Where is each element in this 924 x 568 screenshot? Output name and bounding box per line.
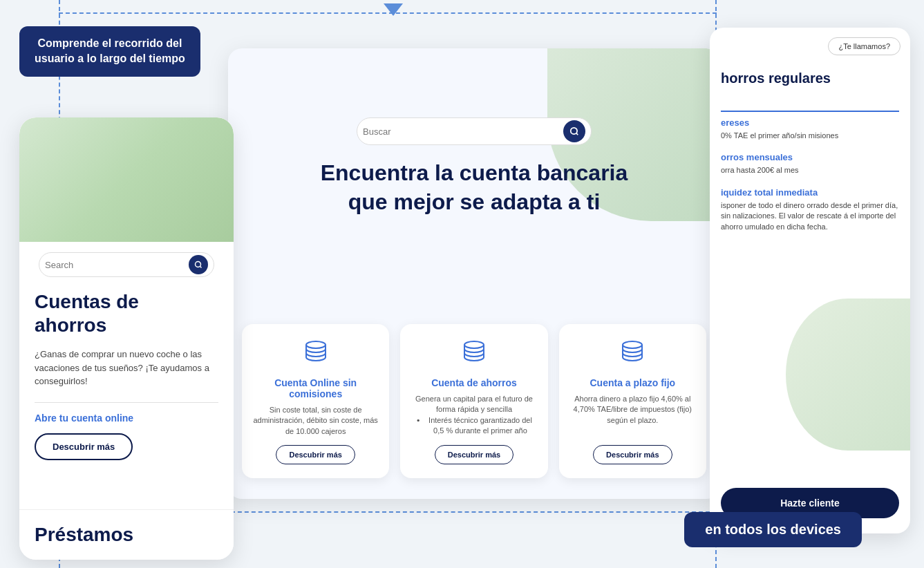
card2-title: Cuenta de ahorros: [431, 377, 517, 388]
mobile-open-account-link[interactable]: Abre tu cuenta online: [35, 413, 218, 424]
product-card-cuenta-online: Cuenta Online sincomisiones Sin coste to…: [242, 324, 389, 478]
cuenta-online-icon: [302, 338, 330, 370]
rp-section-interest: ereses 0% TAE el primer año/sin misiones: [721, 117, 899, 141]
rp-section-monthly: orros mensuales orra hasta 200€ al mes: [721, 152, 899, 176]
desktop-search-button[interactable]: [563, 120, 585, 142]
right-panel-divider: [721, 111, 899, 112]
rp-monthly-title: orros mensuales: [721, 152, 899, 162]
cuenta-ahorros-icon: [460, 338, 488, 370]
desktop-main-title: Encuentra la cuenta bancaria que mejor s…: [228, 159, 720, 216]
card1-title: Cuenta Online sincomisiones: [274, 377, 357, 399]
svg-point-2: [306, 341, 326, 348]
mobile-card: Cuentas de ahorros ¿Ganas de comprar un …: [19, 117, 234, 560]
desktop-card: Encuentra la cuenta bancaria que mejor s…: [228, 48, 720, 499]
mobile-divider: [35, 402, 218, 403]
right-panel-content: ereses 0% TAE el primer año/sin misiones…: [721, 117, 899, 243]
rp-liquidity-text: isponer de todo el dinero orrado desde e…: [721, 200, 899, 232]
right-panel-leaf-decoration: [786, 299, 910, 451]
mobile-bottom-title: Préstamos: [35, 524, 218, 546]
product-cards-row: Cuenta Online sincomisiones Sin coste to…: [242, 324, 706, 478]
card1-desc: Sin coste total, sin coste de administra…: [253, 405, 378, 437]
mobile-discover-button[interactable]: Descubrir más: [35, 433, 133, 460]
call-me-button[interactable]: ¿Te llamamos?: [828, 37, 901, 55]
rp-monthly-text: orra hasta 200€ al mes: [721, 165, 899, 176]
plazo-fijo-icon: [619, 338, 646, 370]
mobile-content: Cuentas de ahorros ¿Ganas de comprar un …: [19, 290, 234, 460]
svg-point-1: [571, 128, 577, 134]
mobile-card-background: [19, 117, 234, 242]
right-panel-title: horros regulares: [721, 69, 899, 87]
mobile-bottom-section: Préstamos: [19, 509, 234, 560]
product-card-cuenta-ahorros: Cuenta de ahorros Genera un capital para…: [400, 324, 547, 478]
rp-section-liquidity: iquidez total inmediata isponer de todo …: [721, 187, 899, 232]
card1-discover-button[interactable]: Descubrir más: [276, 445, 355, 464]
mobile-description: ¿Ganas de comprar un nuevo coche o las v…: [35, 348, 218, 388]
user-journey-label: Comprende el recorrido del usuario a lo …: [19, 26, 200, 77]
svg-point-4: [623, 341, 642, 348]
svg-point-3: [464, 341, 484, 348]
devices-label: en todos los devices: [684, 512, 862, 547]
mobile-search-input[interactable]: [45, 260, 189, 270]
svg-point-0: [196, 262, 201, 267]
right-panel: ¿Te llamamos? horros regulares ereses 0%…: [710, 28, 910, 533]
rp-interest-title: ereses: [721, 117, 899, 128]
mobile-search-button[interactable]: [189, 255, 208, 274]
mobile-search-bar[interactable]: [39, 252, 214, 277]
arrow-down-icon: [384, 3, 403, 16]
card3-discover-button[interactable]: Descubrir más: [593, 445, 672, 464]
product-card-plazo-fijo: Cuenta a plazo fijo Ahorra dinero a plaz…: [559, 324, 706, 478]
rp-liquidity-title: iquidez total inmediata: [721, 187, 899, 198]
desktop-search-input[interactable]: [363, 126, 563, 137]
card2-discover-button[interactable]: Descubrir más: [435, 445, 513, 464]
card3-title: Cuenta a plazo fijo: [590, 377, 675, 388]
desktop-search-bar[interactable]: [357, 117, 592, 145]
mobile-title: Cuentas de ahorros: [35, 290, 218, 337]
card3-desc: Ahorra dinero a plazo fijo 4,60% al 4,70…: [570, 394, 695, 437]
rp-interest-text: 0% TAE el primer año/sin misiones: [721, 131, 899, 141]
card2-desc: Genera un capital para el futuro de form…: [411, 394, 536, 437]
